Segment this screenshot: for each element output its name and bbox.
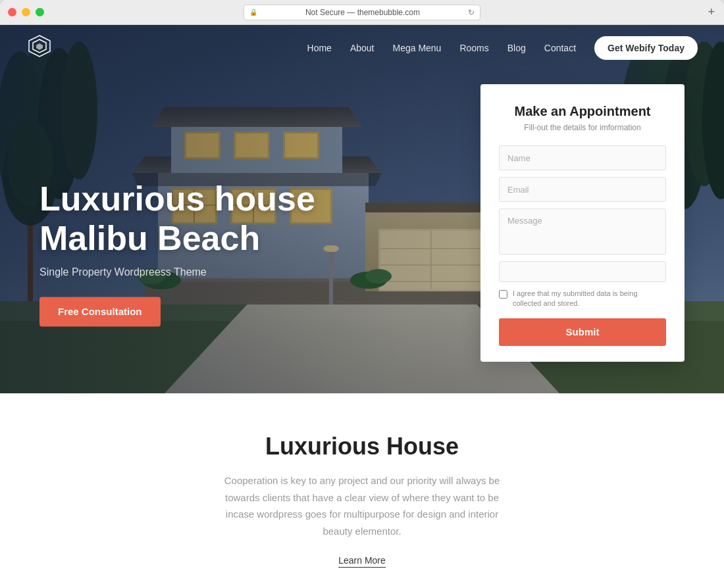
new-tab-button[interactable]: +	[708, 5, 715, 19]
appointment-title: Make an Appointment	[499, 104, 666, 119]
bottom-section: Luxurious House Cooperation is key to an…	[0, 393, 724, 588]
agree-label: I agree that my submitted data is being …	[513, 289, 666, 309]
appointment-subtitle: Fill-out the details for imformation	[499, 123, 666, 132]
nav-home[interactable]: Home	[307, 43, 332, 53]
nav-blog[interactable]: Blog	[507, 43, 526, 53]
hero-text-block: Luxurious house Malibu Beach Single Prop…	[39, 180, 315, 326]
site-logo[interactable]	[26, 33, 53, 64]
message-input[interactable]	[499, 208, 666, 255]
window-controls	[8, 8, 44, 16]
nav-mega-menu[interactable]: Mega Menu	[392, 43, 441, 53]
titlebar: 🔒 Not Secure — themebubble.com ↻ +	[0, 0, 724, 25]
url-text: Not Secure — themebubble.com	[261, 8, 464, 17]
learn-more-link[interactable]: Learn More	[338, 555, 386, 568]
hero-cta-button[interactable]: Free Consultation	[39, 297, 161, 326]
name-input[interactable]	[499, 145, 666, 170]
address-bar[interactable]: 🔒 Not Secure — themebubble.com ↻	[244, 5, 480, 20]
hero-subtitle: Single Property Wordpreess Theme	[39, 266, 315, 278]
hero-title: Luxurious house Malibu Beach	[39, 180, 315, 258]
hero-section: Home About Mega Menu Rooms Blog Contact …	[0, 25, 724, 393]
lock-icon: 🔒	[249, 9, 257, 16]
refresh-icon[interactable]: ↻	[468, 8, 475, 17]
close-button[interactable]	[8, 8, 16, 16]
minimize-button[interactable]	[22, 8, 30, 16]
nav-cta-button[interactable]: Get Webify Today	[594, 36, 698, 60]
site-content: Home About Mega Menu Rooms Blog Contact …	[0, 25, 724, 588]
nav-about[interactable]: About	[350, 43, 375, 53]
maximize-button[interactable]	[36, 8, 44, 16]
nav-links: Home About Mega Menu Rooms Blog Contact …	[307, 36, 698, 60]
navbar: Home About Mega Menu Rooms Blog Contact …	[0, 25, 724, 71]
bottom-title: Luxurious House	[265, 433, 459, 460]
mac-window: 🔒 Not Secure — themebubble.com ↻ +	[0, 0, 724, 588]
nav-contact[interactable]: Contact	[544, 43, 576, 53]
extra-field	[499, 261, 666, 282]
svg-marker-64	[36, 43, 43, 50]
checkbox-row: I agree that my submitted data is being …	[499, 289, 666, 309]
email-input[interactable]	[499, 177, 666, 202]
nav-rooms[interactable]: Rooms	[459, 43, 488, 53]
appointment-card: Make an Appointment Fill-out the details…	[480, 84, 685, 362]
agree-checkbox[interactable]	[499, 290, 507, 299]
submit-button[interactable]: Submit	[499, 318, 666, 346]
bottom-description: Cooperation is key to any project and ou…	[217, 472, 507, 539]
appointment-form: I agree that my submitted data is being …	[499, 145, 666, 346]
